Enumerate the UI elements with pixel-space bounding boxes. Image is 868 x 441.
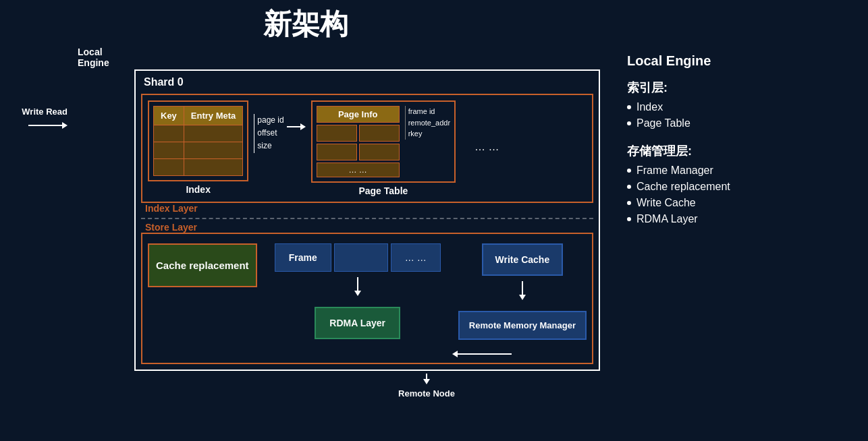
index-list-item-1: Index — [627, 101, 855, 113]
page-cell-2 — [359, 125, 400, 142]
page-title: 新架构 — [0, 0, 868, 43]
right-panel: Local Engine 索引层: Index Page Table 存储管理层… — [600, 47, 855, 399]
page-cell-1 — [317, 125, 357, 142]
index-label: Index — [148, 184, 248, 195]
empty-cell-4 — [184, 142, 242, 159]
index-box: Key Entry Meta — [148, 100, 248, 181]
write-read-label: Write Read — [22, 107, 67, 118]
page-id-info: page idoffsetsize — [254, 114, 283, 153]
frame-box-2 — [334, 243, 388, 272]
index-layer: Key Entry Meta — [141, 94, 593, 203]
index-list-item-2: Page Table — [627, 117, 855, 129]
index-layer-dots: … … — [474, 141, 499, 153]
layer-separator — [141, 218, 593, 219]
store-layer-label: Store Layer — [145, 222, 197, 233]
arrow-down-rdma — [354, 277, 361, 296]
entry-meta-cell: Entry Meta — [184, 107, 242, 125]
write-cache-box: Write Cache — [482, 243, 564, 276]
page-table-box: Page Info — [311, 100, 456, 183]
write-cache-area: Write Cache Remote Memory Manager — [458, 243, 587, 357]
bullet-dot-1 — [627, 105, 631, 109]
storage-list: Frame Manager Cache replacement Write Ca… — [627, 165, 855, 225]
storage-list-item-4: RDMA Layer — [627, 213, 855, 225]
empty-cell-6 — [184, 159, 242, 176]
key-cell: Key — [154, 107, 184, 125]
remote-node-area: Remote Node — [253, 374, 600, 399]
arrow-down-remote — [519, 281, 526, 300]
remote-node-label: Remote Node — [398, 388, 455, 399]
page-info-label: Page Info — [317, 106, 400, 123]
index-layer-label: Index Layer — [145, 203, 198, 214]
empty-cell-5 — [154, 159, 184, 176]
storage-section-title: 存储管理层: — [627, 143, 855, 159]
page-info-dots: … … — [317, 163, 400, 177]
index-list: Index Page Table — [627, 101, 855, 129]
bullet-dot-6 — [627, 217, 631, 221]
empty-cell-2 — [184, 125, 242, 142]
rdma-layer-box: RDMA Layer — [315, 307, 400, 339]
empty-cell-3 — [154, 142, 184, 159]
bullet-dot-5 — [627, 201, 631, 205]
bullet-dot-2 — [627, 121, 631, 125]
frames-area: Frame … … RDMA Layer — [263, 243, 453, 339]
shard-container: Shard 0 Key Entry Meta — [134, 69, 600, 371]
diagram-section: LocalEngine Write Read Shard 0 — [13, 47, 600, 399]
remote-memory-box: Remote Memory Manager — [458, 311, 587, 340]
storage-list-item-1: Frame Manager — [627, 165, 855, 177]
shard-title: Shard 0 — [144, 76, 593, 88]
page-cell-3 — [317, 144, 357, 160]
bullet-dot-4 — [627, 185, 631, 189]
storage-list-item-3: Write Cache — [627, 197, 855, 209]
store-layer: Store Layer Cache replacement Frame … … — [141, 233, 593, 364]
right-panel-title: Local Engine — [627, 53, 855, 69]
bullet-dot-3 — [627, 169, 631, 173]
storage-list-item-2: Cache replacement — [627, 181, 855, 193]
frame-id-info: frame idremote_addrrkey — [405, 106, 450, 140]
frame-box: Frame — [275, 243, 331, 272]
empty-cell-1 — [154, 125, 184, 142]
frame-dots: … … — [391, 243, 441, 272]
index-section-title: 索引层: — [627, 80, 855, 96]
local-engine-top-label: LocalEngine — [78, 47, 600, 68]
page-cell-4 — [359, 144, 400, 160]
page-table-label: Page Table — [311, 185, 456, 196]
cache-replacement-box: Cache replacement — [148, 243, 257, 287]
